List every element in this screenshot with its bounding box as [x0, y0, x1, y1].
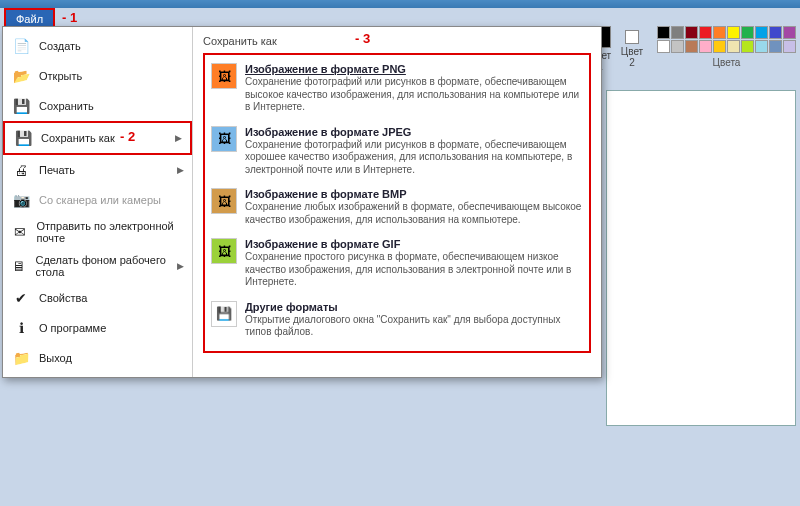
format-icon: 🖼 — [211, 63, 237, 89]
menu-item-label: Свойства — [39, 292, 87, 304]
palette-swatch[interactable] — [741, 40, 754, 53]
drawing-canvas[interactable] — [606, 90, 796, 426]
window-titlebar — [0, 0, 800, 8]
file-menu-list: 📄Создать📂Открыть💾Сохранить💾Сохранить как… — [3, 27, 193, 377]
chevron-right-icon: ▶ — [177, 261, 184, 271]
menu-item-icon: ✉ — [11, 222, 28, 242]
menu-item-icon: 📄 — [11, 36, 31, 56]
format-icon: 💾 — [211, 301, 237, 327]
format-title: Изображение в формате PNG — [245, 63, 583, 75]
submenu-title: Сохранить как — [203, 33, 591, 53]
menu-item-label: Открыть — [39, 70, 82, 82]
palette-swatch[interactable] — [699, 26, 712, 39]
palette-swatch[interactable] — [657, 26, 670, 39]
palette-swatch[interactable] — [755, 26, 768, 39]
saveas-option-2[interactable]: 🖼Изображение в формате BMPСохранение люб… — [209, 184, 585, 234]
palette-swatch[interactable] — [699, 40, 712, 53]
palette-swatch[interactable] — [727, 26, 740, 39]
palette-label: Цвета — [657, 57, 796, 68]
menu-item-label: Отправить по электронной почте — [36, 220, 184, 244]
saveas-option-4[interactable]: 💾Другие форматыОткрытие диалогового окна… — [209, 297, 585, 347]
chevron-right-icon: ▶ — [177, 165, 184, 175]
menu-item-9[interactable]: ℹО программе — [3, 313, 192, 343]
menu-item-icon: ✔ — [11, 288, 31, 308]
annotation-2: - 2 — [120, 129, 135, 144]
menu-item-3[interactable]: 💾Сохранить как▶ — [3, 121, 192, 155]
saveas-option-1[interactable]: 🖼Изображение в формате JPEGСохранение фо… — [209, 122, 585, 185]
menu-item-icon: ℹ — [11, 318, 31, 338]
menu-item-label: Сохранить — [39, 100, 94, 112]
menu-item-label: О программе — [39, 322, 106, 334]
menu-item-2[interactable]: 💾Сохранить — [3, 91, 192, 121]
menu-item-label: Печать — [39, 164, 75, 176]
format-description: Сохранение фотографий или рисунков в фор… — [245, 76, 583, 114]
color-2-label: Цвет 2 — [621, 46, 643, 68]
palette-swatch[interactable] — [671, 40, 684, 53]
palette-swatch[interactable] — [741, 26, 754, 39]
menu-item-label: Сделать фоном рабочего стола — [35, 254, 169, 278]
menu-item-icon: 📁 — [11, 348, 31, 368]
palette-swatch[interactable] — [671, 26, 684, 39]
palette-swatch[interactable] — [727, 40, 740, 53]
palette-swatch[interactable] — [713, 26, 726, 39]
menu-item-label: Сохранить как — [41, 132, 115, 144]
format-icon: 🖼 — [211, 126, 237, 152]
menu-item-icon: 💾 — [11, 96, 31, 116]
palette-swatch[interactable] — [755, 40, 768, 53]
chevron-right-icon: ▶ — [175, 133, 182, 143]
menu-item-1[interactable]: 📂Открыть — [3, 61, 192, 91]
palette-swatch[interactable] — [685, 26, 698, 39]
ribbon-colors-group: Цвет 1 Цвет 2 Цвета — [585, 26, 796, 72]
palette-swatch[interactable] — [685, 40, 698, 53]
format-icon: 🖼 — [211, 238, 237, 264]
palette-swatch[interactable] — [783, 40, 796, 53]
palette-swatch[interactable] — [657, 40, 670, 53]
menu-item-10[interactable]: 📁Выход — [3, 343, 192, 373]
menu-item-6[interactable]: ✉Отправить по электронной почте — [3, 215, 192, 249]
format-title: Изображение в формате JPEG — [245, 126, 583, 138]
menu-item-8[interactable]: ✔Свойства — [3, 283, 192, 313]
menu-item-5: 📷Со сканера или камеры — [3, 185, 192, 215]
menu-item-7[interactable]: 🖥Сделать фоном рабочего стола▶ — [3, 249, 192, 283]
format-description: Сохранение любых изображений в формате, … — [245, 201, 583, 226]
format-description: Открытие диалогового окна "Сохранить как… — [245, 314, 583, 339]
format-icon: 🖼 — [211, 188, 237, 214]
menu-item-icon: 📂 — [11, 66, 31, 86]
menu-item-label: Создать — [39, 40, 81, 52]
annotation-3: - 3 — [355, 31, 370, 46]
save-as-submenu: Сохранить как - 3 🖼Изображение в формате… — [193, 27, 601, 377]
menu-item-label: Со сканера или камеры — [39, 194, 161, 206]
saveas-option-0[interactable]: 🖼Изображение в формате PNGСохранение фот… — [209, 59, 585, 122]
format-title: Изображение в формате GIF — [245, 238, 583, 250]
color-palette[interactable] — [657, 26, 796, 53]
saveas-option-3[interactable]: 🖼Изображение в формате GIFСохранение про… — [209, 234, 585, 297]
menu-item-4[interactable]: 🖨Печать▶ — [3, 155, 192, 185]
palette-swatch[interactable] — [713, 40, 726, 53]
annotation-1: - 1 — [62, 10, 77, 25]
palette-swatch[interactable] — [769, 40, 782, 53]
menu-item-icon: 📷 — [11, 190, 31, 210]
format-description: Сохранение простого рисунка в формате, о… — [245, 251, 583, 289]
menu-item-label: Выход — [39, 352, 72, 364]
file-menu-dropdown: 📄Создать📂Открыть💾Сохранить💾Сохранить как… — [2, 26, 602, 378]
menu-item-icon: 🖥 — [11, 256, 27, 276]
color-2-selector[interactable]: Цвет 2 — [617, 30, 647, 68]
format-title: Изображение в формате BMP — [245, 188, 583, 200]
menu-item-icon: 🖨 — [11, 160, 31, 180]
submenu-highlight-box: 🖼Изображение в формате PNGСохранение фот… — [203, 53, 591, 353]
palette-swatch[interactable] — [769, 26, 782, 39]
menu-item-0[interactable]: 📄Создать — [3, 31, 192, 61]
menu-item-icon: 💾 — [13, 128, 33, 148]
format-description: Сохранение фотографий или рисунков в фор… — [245, 139, 583, 177]
palette-swatch[interactable] — [783, 26, 796, 39]
format-title: Другие форматы — [245, 301, 583, 313]
